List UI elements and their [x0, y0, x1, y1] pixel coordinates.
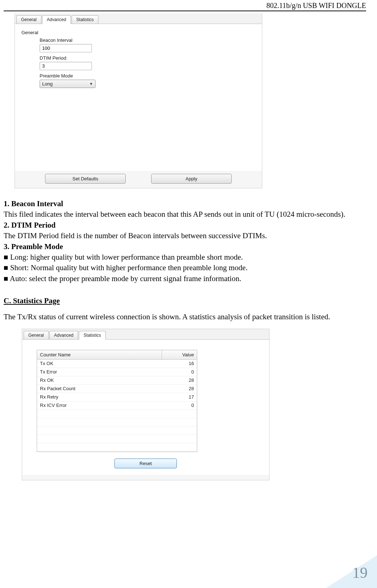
label-dtim: DTIM Period: — [40, 55, 255, 61]
tab-statistics-2[interactable]: Statistics — [79, 331, 106, 340]
bullet-long: ■ Long: higher quality but with lower pe… — [4, 252, 366, 263]
cell-counter-name: Rx OK — [37, 377, 162, 383]
statistics-window: General Advanced Statistics Counter Name… — [22, 329, 269, 480]
tab-advanced-2[interactable]: Advanced — [49, 331, 78, 339]
field-preamble: Preamble Mode Long ▼ — [40, 73, 255, 88]
heading-dtim: 2. DTIM Period — [4, 221, 56, 229]
tabbar-stats: General Advanced Statistics — [22, 329, 269, 340]
select-preamble-value: Long — [42, 81, 53, 87]
group-label-general: General — [21, 30, 255, 35]
select-preamble-mode[interactable]: Long ▼ — [40, 80, 96, 88]
corner-accent — [326, 555, 377, 588]
tab-advanced[interactable]: Advanced — [42, 15, 71, 24]
tab-general-2[interactable]: General — [24, 331, 49, 339]
tab-statistics[interactable]: Statistics — [72, 15, 98, 24]
advanced-settings-window: General Advanced Statistics General Beac… — [15, 13, 262, 188]
chevron-down-icon: ▼ — [89, 82, 93, 86]
header-value: Value — [162, 350, 197, 359]
cell-value: 16 — [162, 361, 197, 366]
table-row-empty — [37, 435, 197, 443]
table-row-empty — [37, 443, 197, 452]
cell-counter-name: Rx ICV Error — [37, 403, 162, 408]
header-counter-name: Counter Name — [37, 350, 162, 359]
cell-counter-name: Rx Packet Count — [37, 386, 162, 391]
header-rule — [4, 11, 366, 11]
cell-counter-name: Rx Retry — [37, 394, 162, 400]
cell-value: 0 — [162, 403, 197, 408]
para-beacon: This filed indicates the interval betwee… — [4, 209, 366, 220]
page-number: 19 — [352, 564, 368, 581]
doc-header: 802.11b/g/n USB WIFI DONGLE — [4, 0, 366, 11]
apply-button[interactable]: Apply — [151, 174, 232, 184]
input-dtim-period[interactable] — [40, 62, 92, 70]
para-statistics: The Tx/Rx status of current wireless con… — [4, 312, 366, 322]
field-beacon: Beacon Interval — [40, 37, 255, 52]
document-text: 1. Beacon Interval This filed indicates … — [4, 199, 366, 322]
table-row: Rx Packet Count28 — [37, 385, 197, 393]
tab-general[interactable]: General — [16, 15, 41, 24]
table-row-empty — [37, 410, 197, 418]
para-dtim: The DTIM Period field is the number of B… — [4, 231, 366, 241]
field-dtim: DTIM Period: — [40, 55, 255, 70]
heading-statistics-page: C. Statistics Page — [4, 296, 60, 306]
bullet-short: ■ Short: Normal quality but with higher … — [4, 263, 366, 273]
table-row: Tx OK16 — [37, 360, 197, 368]
cell-counter-name: Tx Error — [37, 369, 162, 375]
tabbar: General Advanced Statistics — [15, 13, 262, 24]
table-row-empty — [37, 418, 197, 427]
table-header: Counter Name Value — [37, 350, 197, 360]
statistics-table: Counter Name Value Tx OK16Tx Error0Rx OK… — [37, 350, 197, 452]
input-beacon-interval[interactable] — [40, 44, 92, 52]
table-row: Tx Error0 — [37, 368, 197, 376]
cell-value: 17 — [162, 394, 197, 400]
heading-beacon: 1. Beacon Interval — [4, 199, 63, 208]
bullet-auto: ■ Auto: select the proper preamble mode … — [4, 273, 366, 284]
table-row: Rx ICV Error0 — [37, 401, 197, 410]
button-row: Set Defaults Apply — [15, 171, 262, 184]
reset-button[interactable]: Reset — [114, 459, 177, 468]
set-defaults-button[interactable]: Set Defaults — [45, 174, 126, 184]
cell-counter-name: Tx OK — [37, 361, 162, 366]
table-row: Rx OK28 — [37, 376, 197, 385]
cell-value: 28 — [162, 386, 197, 391]
table-row: Rx Retry17 — [37, 393, 197, 401]
statistics-panel: Counter Name Value Tx OK16Tx Error0Rx OK… — [22, 340, 269, 475]
heading-preamble: 3. Preamble Mode — [4, 242, 63, 251]
label-preamble: Preamble Mode — [40, 73, 255, 79]
table-row-empty — [37, 427, 197, 435]
cell-value: 28 — [162, 377, 197, 383]
cell-value: 0 — [162, 369, 197, 375]
tab-body: General Beacon Interval DTIM Period: Pre… — [15, 24, 262, 171]
label-beacon: Beacon Interval — [40, 37, 255, 43]
